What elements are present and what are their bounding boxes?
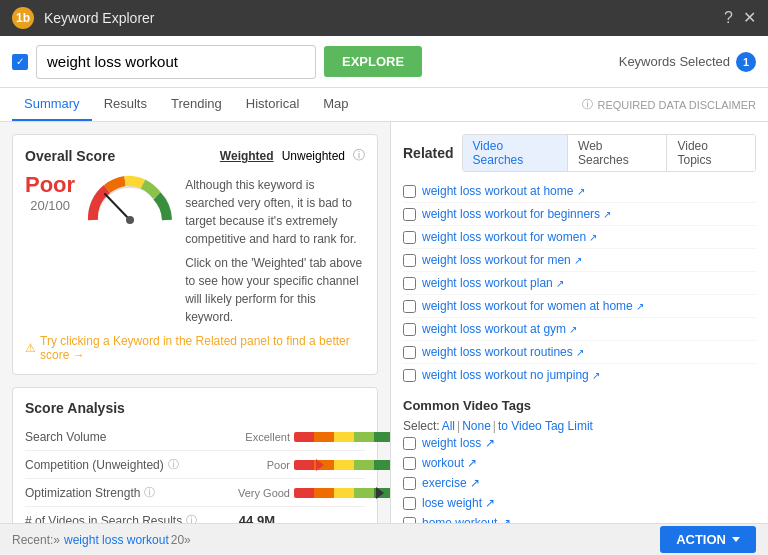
- score-number: 20/100: [25, 198, 75, 213]
- related-checkbox[interactable]: [403, 231, 416, 244]
- tag-link[interactable]: home workout ↗: [422, 516, 511, 523]
- related-item: weight loss workout for women at home ↗: [403, 295, 756, 318]
- videos-info-icon[interactable]: ⓘ: [186, 513, 197, 523]
- tags-title: Common Video Tags: [403, 398, 531, 413]
- tags-select-all[interactable]: All: [442, 419, 455, 433]
- recent-count: 20: [171, 533, 184, 547]
- related-item: weight loss workout routines ↗: [403, 341, 756, 364]
- related-item: weight loss workout for beginners ↗: [403, 203, 756, 226]
- left-panel: Overall Score Weighted Unweighted ⓘ Poor…: [0, 122, 390, 523]
- related-item: weight loss workout for men ↗: [403, 249, 756, 272]
- score-label: Poor: [25, 172, 75, 198]
- score-description2: Click on the 'Weighted' tab above to see…: [185, 254, 365, 326]
- keywords-badge: 1: [736, 52, 756, 72]
- bottombar: Recent:» weight loss workout 20 » ACTION: [0, 523, 768, 555]
- related-item: weight loss workout for women ↗: [403, 226, 756, 249]
- tag-checkbox[interactable]: [403, 517, 416, 524]
- overall-score-title: Overall Score: [25, 148, 115, 164]
- related-link[interactable]: weight loss workout for men ↗: [422, 253, 582, 267]
- related-link[interactable]: weight loss workout for beginners ↗: [422, 207, 611, 221]
- disclaimer: ⓘ REQUIRED DATA DISCLAIMER: [582, 97, 756, 112]
- tab-map[interactable]: Map: [311, 88, 360, 121]
- tab-summary[interactable]: Summary: [12, 88, 92, 121]
- tags-list: weight loss ↗ workout ↗ exercise ↗ lose …: [403, 433, 756, 523]
- tag-checkbox[interactable]: [403, 497, 416, 510]
- analysis-value-videos: 44.9M: [225, 513, 275, 523]
- related-checkbox[interactable]: [403, 254, 416, 267]
- weighted-tab[interactable]: Weighted: [220, 149, 274, 163]
- tag-checkbox[interactable]: [403, 457, 416, 470]
- related-checkbox[interactable]: [403, 369, 416, 382]
- action-button[interactable]: ACTION: [660, 526, 756, 553]
- tag-item: weight loss ↗: [403, 433, 756, 453]
- related-link[interactable]: weight loss workout no jumping ↗: [422, 368, 600, 382]
- tag-checkbox[interactable]: [403, 437, 416, 450]
- overall-score-section: Overall Score Weighted Unweighted ⓘ Poor…: [12, 134, 378, 375]
- weight-toggle: Weighted Unweighted ⓘ: [220, 147, 365, 164]
- action-arrow-down-icon: [732, 537, 740, 542]
- rtab-video-searches[interactable]: Video Searches: [463, 135, 568, 171]
- titlebar: 1b Keyword Explorer ? ✕: [0, 0, 768, 36]
- recent-arrow-icon: »: [184, 533, 191, 547]
- tab-trending[interactable]: Trending: [159, 88, 234, 121]
- related-link[interactable]: weight loss workout at gym ↗: [422, 322, 577, 336]
- keyword-checkbox[interactable]: [12, 54, 28, 70]
- related-list: weight loss workout at home ↗ weight los…: [403, 180, 756, 386]
- tag-link[interactable]: exercise ↗: [422, 476, 480, 490]
- score-info-icon[interactable]: ⓘ: [353, 147, 365, 164]
- analysis-label-videos: # of Videos in Search Results ⓘ: [25, 513, 225, 523]
- related-checkbox[interactable]: [403, 185, 416, 198]
- bar-label-comp: Poor: [225, 459, 290, 471]
- tag-item: exercise ↗: [403, 473, 756, 493]
- related-item: weight loss workout at home ↗: [403, 180, 756, 203]
- related-checkbox[interactable]: [403, 346, 416, 359]
- related-link[interactable]: weight loss workout routines ↗: [422, 345, 584, 359]
- svg-line-0: [105, 194, 130, 220]
- keywords-selected: Keywords Selected 1: [619, 52, 756, 72]
- search-input[interactable]: [36, 45, 316, 79]
- tags-header: Common Video Tags: [403, 398, 756, 413]
- explore-button[interactable]: EXPLORE: [324, 46, 422, 77]
- right-panel: Related Video Searches Web Searches Vide…: [390, 122, 768, 523]
- tags-select-none[interactable]: None: [462, 419, 491, 433]
- score-gauge: [85, 172, 175, 227]
- tag-link[interactable]: workout ↗: [422, 456, 477, 470]
- rtab-web-searches[interactable]: Web Searches: [568, 135, 667, 171]
- related-link[interactable]: weight loss workout plan ↗: [422, 276, 564, 290]
- analysis-label-competition: Competition (Unweighted) ⓘ: [25, 457, 225, 472]
- tab-historical[interactable]: Historical: [234, 88, 311, 121]
- competition-info-icon[interactable]: ⓘ: [168, 457, 179, 472]
- related-title: Related: [403, 145, 454, 161]
- recent-link[interactable]: weight loss workout: [64, 533, 169, 547]
- analysis-bar-search-volume: Excellent: [225, 431, 390, 443]
- bar-label-sv: Excellent: [225, 431, 290, 443]
- related-link[interactable]: weight loss workout at home ↗: [422, 184, 585, 198]
- unweighted-tab[interactable]: Unweighted: [282, 149, 345, 163]
- related-checkbox[interactable]: [403, 208, 416, 221]
- svg-point-1: [126, 216, 134, 224]
- analysis-bar-optimization: Very Good: [225, 487, 384, 499]
- bar-label-opt: Very Good: [225, 487, 290, 499]
- related-item: weight loss workout at gym ↗: [403, 318, 756, 341]
- tab-results[interactable]: Results: [92, 88, 159, 121]
- related-checkbox[interactable]: [403, 277, 416, 290]
- analysis-row-videos: # of Videos in Search Results ⓘ 44.9M: [25, 507, 365, 523]
- tags-to-limit[interactable]: to Video Tag Limit: [498, 419, 593, 433]
- navtabs: Summary Results Trending Historical Map …: [0, 88, 768, 122]
- tag-item: workout ↗: [403, 453, 756, 473]
- close-button[interactable]: ✕: [743, 10, 756, 26]
- related-checkbox[interactable]: [403, 323, 416, 336]
- app-logo: 1b: [12, 7, 34, 29]
- rtab-video-topics[interactable]: Video Topics: [667, 135, 755, 171]
- help-button[interactable]: ?: [724, 10, 733, 26]
- tag-link[interactable]: weight loss ↗: [422, 436, 495, 450]
- optimization-info-icon[interactable]: ⓘ: [144, 485, 155, 500]
- tags-sep2: |: [493, 419, 496, 433]
- tag-checkbox[interactable]: [403, 477, 416, 490]
- related-link[interactable]: weight loss workout for women at home ↗: [422, 299, 644, 313]
- tag-link[interactable]: lose weight ↗: [422, 496, 495, 510]
- related-checkbox[interactable]: [403, 300, 416, 313]
- related-item: weight loss workout no jumping ↗: [403, 364, 756, 386]
- related-link[interactable]: weight loss workout for women ↗: [422, 230, 597, 244]
- analysis-label-optimization: Optimization Strength ⓘ: [25, 485, 225, 500]
